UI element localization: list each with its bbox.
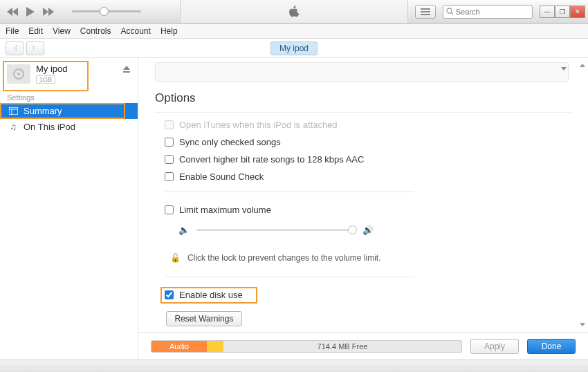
device-name: My ipod [36, 64, 68, 74]
nav-row: 〈 〉 My ipod [0, 39, 588, 58]
window-footer [0, 360, 588, 372]
volume-limit-track[interactable] [196, 229, 356, 231]
play-button[interactable] [24, 6, 37, 18]
settings-header: Settings [0, 91, 138, 103]
apply-button[interactable]: Apply [470, 339, 519, 354]
options-title: Options [155, 91, 571, 105]
header-strip [155, 62, 569, 82]
checkbox-enable-disk[interactable] [165, 290, 174, 299]
opt-limit-volume-label: Limit maximum volume [179, 205, 271, 215]
opt-enable-disk[interactable]: Enable disk use [165, 290, 571, 300]
summary-icon [8, 107, 18, 115]
options-list: Open iTunes when this iPod is attached S… [155, 112, 571, 329]
lock-icon[interactable]: 🔓 [170, 253, 181, 263]
apple-logo-icon [288, 6, 300, 18]
sidebar-item-onthisipod[interactable]: ♫ On This iPod [0, 119, 138, 135]
volume-limit-slider: 🔈 🔊 [178, 225, 571, 235]
search-icon [446, 8, 453, 15]
opt-sound-check-label: Enable Sound Check [179, 171, 264, 182]
menu-edit[interactable]: Edit [28, 26, 43, 36]
speaker-high-icon: 🔊 [362, 225, 374, 235]
toolbar: — ❐ ✕ [0, 0, 588, 24]
lock-text: Click the lock to prevent changes to the… [187, 253, 380, 263]
capacity-other [207, 341, 223, 352]
menu-file[interactable]: File [6, 26, 19, 36]
svg-rect-5 [9, 107, 18, 115]
checkbox-open-itunes [165, 120, 174, 129]
location-chip[interactable]: My ipod [270, 41, 318, 55]
opt-sound-check[interactable]: Enable Sound Check [165, 171, 571, 182]
capacity-bar: Audio 714.4 MB Free [151, 340, 462, 353]
close-button[interactable]: ✕ [570, 6, 585, 18]
opt-sync-checked[interactable]: Sync only checked songs [165, 137, 571, 147]
content-panel: Options Open iTunes when this iPod is at… [138, 58, 588, 360]
svg-point-0 [447, 8, 452, 13]
menu-view[interactable]: View [53, 26, 71, 36]
checkbox-sound-check[interactable] [165, 172, 174, 181]
list-view-button[interactable] [415, 5, 436, 19]
music-icon: ♫ [8, 122, 18, 132]
opt-sync-checked-label: Sync only checked songs [179, 137, 281, 147]
menu-bar: File Edit View Controls Account Help [0, 24, 588, 39]
checkbox-convert[interactable] [165, 155, 174, 164]
svg-point-3 [17, 73, 20, 75]
speaker-low-icon: 🔈 [178, 225, 190, 235]
done-button[interactable]: Done [527, 339, 576, 354]
playback-controls [0, 6, 141, 18]
nav-back-button[interactable]: 〈 [6, 41, 24, 55]
device-capacity: 1GB [36, 75, 55, 84]
eject-button[interactable] [122, 65, 131, 75]
highlight-summary [0, 103, 125, 119]
minimize-button[interactable]: — [540, 6, 555, 18]
ipod-icon [7, 64, 30, 84]
capacity-free: 714.4 MB Free [223, 341, 461, 352]
checkbox-sync-checked[interactable] [165, 138, 174, 147]
reset-warnings-button[interactable]: Reset Warnings [166, 311, 242, 326]
menu-help[interactable]: Help [160, 26, 178, 36]
sidebar: My ipod 1GB Settings Summary ♫ On This i… [0, 58, 138, 360]
search-input[interactable] [456, 8, 529, 16]
checkbox-limit-volume[interactable] [165, 205, 174, 214]
sidebar-item-label: Summary [24, 106, 62, 116]
device-row[interactable]: My ipod 1GB [0, 58, 138, 91]
nav-forward-button[interactable]: 〉 [26, 41, 44, 55]
window-controls: — ❐ ✕ [540, 6, 585, 18]
search-field[interactable] [443, 5, 533, 19]
volume-slider[interactable] [72, 10, 141, 12]
sidebar-item-summary[interactable]: Summary [0, 103, 138, 119]
opt-open-itunes: Open iTunes when this iPod is attached [165, 120, 571, 130]
next-button[interactable] [42, 6, 55, 18]
prev-button[interactable] [6, 6, 19, 18]
maximize-button[interactable]: ❐ [555, 6, 570, 18]
lock-row: 🔓 Click the lock to prevent changes to t… [170, 253, 571, 263]
menu-controls[interactable]: Controls [80, 26, 111, 36]
menu-account[interactable]: Account [121, 26, 151, 36]
opt-limit-volume[interactable]: Limit maximum volume [165, 205, 571, 215]
opt-enable-disk-label: Enable disk use [179, 290, 243, 300]
opt-open-itunes-label: Open iTunes when this iPod is attached [179, 120, 338, 130]
opt-convert-label: Convert higher bit rate songs to 128 kbp… [179, 154, 364, 165]
sidebar-item-label: On This iPod [24, 122, 75, 132]
capacity-audio: Audio [151, 341, 207, 352]
now-playing-area [180, 0, 408, 23]
svg-rect-4 [123, 71, 130, 73]
scrollbar[interactable] [578, 64, 585, 326]
opt-convert[interactable]: Convert higher bit rate songs to 128 kbp… [165, 154, 571, 165]
bottom-bar: Audio 714.4 MB Free Apply Done [138, 332, 588, 360]
svg-line-1 [452, 13, 453, 15]
